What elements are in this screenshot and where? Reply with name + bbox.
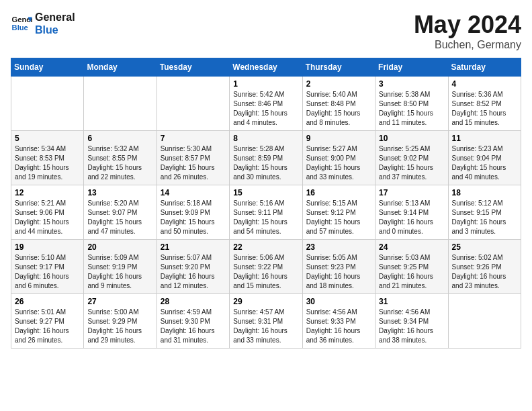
calendar-cell: 1Sunrise: 5:42 AM Sunset: 8:46 PM Daylig…	[230, 77, 302, 131]
calendar-cell	[84, 77, 157, 131]
weekday-header-sunday: Sunday	[11, 58, 84, 77]
calendar-cell: 17Sunrise: 5:13 AM Sunset: 9:14 PM Dayli…	[375, 185, 448, 240]
calendar-cell: 6Sunrise: 5:32 AM Sunset: 8:55 PM Daylig…	[84, 131, 157, 185]
day-info: Sunrise: 5:20 AM Sunset: 9:07 PM Dayligh…	[87, 199, 152, 236]
calendar-cell: 13Sunrise: 5:20 AM Sunset: 9:07 PM Dayli…	[84, 185, 157, 240]
calendar-week-row: 1Sunrise: 5:42 AM Sunset: 8:46 PM Daylig…	[11, 77, 521, 131]
calendar-cell: 15Sunrise: 5:16 AM Sunset: 9:11 PM Dayli…	[230, 185, 302, 240]
month-title: May 2024	[414, 11, 521, 39]
calendar-cell: 4Sunrise: 5:36 AM Sunset: 8:52 PM Daylig…	[448, 77, 521, 131]
day-number: 8	[233, 134, 298, 143]
calendar-cell: 24Sunrise: 5:03 AM Sunset: 9:25 PM Dayli…	[375, 240, 448, 294]
day-number: 26	[15, 297, 80, 306]
day-number: 18	[452, 188, 517, 197]
day-info: Sunrise: 5:06 AM Sunset: 9:22 PM Dayligh…	[233, 253, 298, 291]
calendar-cell: 30Sunrise: 4:56 AM Sunset: 9:33 PM Dayli…	[302, 294, 375, 349]
day-number: 27	[87, 297, 152, 306]
location-title: Buchen, Germany	[414, 39, 521, 51]
calendar-week-row: 12Sunrise: 5:21 AM Sunset: 9:06 PM Dayli…	[11, 185, 521, 240]
day-number: 10	[379, 134, 444, 143]
day-info: Sunrise: 5:32 AM Sunset: 8:55 PM Dayligh…	[87, 144, 152, 182]
day-info: Sunrise: 5:01 AM Sunset: 9:27 PM Dayligh…	[15, 308, 80, 345]
weekday-header-friday: Friday	[375, 58, 448, 77]
day-info: Sunrise: 5:18 AM Sunset: 9:09 PM Dayligh…	[161, 199, 226, 236]
day-info: Sunrise: 5:07 AM Sunset: 9:20 PM Dayligh…	[161, 253, 226, 291]
day-number: 6	[87, 134, 152, 143]
calendar-cell: 11Sunrise: 5:23 AM Sunset: 9:04 PM Dayli…	[448, 131, 521, 185]
calendar-cell	[11, 77, 84, 131]
calendar-cell: 25Sunrise: 5:02 AM Sunset: 9:26 PM Dayli…	[448, 240, 521, 294]
weekday-header-wednesday: Wednesday	[230, 58, 302, 77]
day-info: Sunrise: 5:02 AM Sunset: 9:26 PM Dayligh…	[452, 253, 517, 291]
day-info: Sunrise: 5:23 AM Sunset: 9:04 PM Dayligh…	[452, 144, 517, 182]
day-info: Sunrise: 5:40 AM Sunset: 8:48 PM Dayligh…	[306, 90, 371, 128]
day-number: 1	[233, 79, 298, 89]
calendar-cell: 18Sunrise: 5:12 AM Sunset: 9:15 PM Dayli…	[448, 185, 521, 240]
calendar-cell: 3Sunrise: 5:38 AM Sunset: 8:50 PM Daylig…	[375, 77, 448, 131]
calendar-cell	[157, 77, 229, 131]
day-info: Sunrise: 5:27 AM Sunset: 9:00 PM Dayligh…	[306, 144, 371, 182]
day-info: Sunrise: 5:05 AM Sunset: 9:23 PM Dayligh…	[306, 253, 371, 291]
day-info: Sunrise: 4:56 AM Sunset: 9:33 PM Dayligh…	[306, 308, 371, 345]
day-number: 28	[161, 297, 226, 306]
day-info: Sunrise: 5:12 AM Sunset: 9:15 PM Dayligh…	[452, 199, 517, 236]
weekday-header-saturday: Saturday	[448, 58, 521, 77]
weekday-header-thursday: Thursday	[302, 58, 375, 77]
day-info: Sunrise: 5:25 AM Sunset: 9:02 PM Dayligh…	[379, 144, 444, 182]
day-number: 22	[233, 242, 298, 252]
calendar-cell: 14Sunrise: 5:18 AM Sunset: 9:09 PM Dayli…	[157, 185, 229, 240]
calendar-cell: 9Sunrise: 5:27 AM Sunset: 9:00 PM Daylig…	[302, 131, 375, 185]
day-number: 2	[306, 79, 371, 89]
day-info: Sunrise: 5:09 AM Sunset: 9:19 PM Dayligh…	[87, 253, 152, 291]
calendar-week-row: 26Sunrise: 5:01 AM Sunset: 9:27 PM Dayli…	[11, 294, 521, 349]
logo: General Blue General Blue	[11, 11, 75, 36]
calendar-cell: 5Sunrise: 5:34 AM Sunset: 8:53 PM Daylig…	[11, 131, 84, 185]
day-number: 7	[161, 134, 226, 143]
day-number: 11	[452, 134, 517, 143]
day-info: Sunrise: 5:38 AM Sunset: 8:50 PM Dayligh…	[379, 90, 444, 128]
calendar-cell: 12Sunrise: 5:21 AM Sunset: 9:06 PM Dayli…	[11, 185, 84, 240]
day-info: Sunrise: 5:34 AM Sunset: 8:53 PM Dayligh…	[15, 144, 80, 182]
day-number: 9	[306, 134, 371, 143]
day-info: Sunrise: 5:00 AM Sunset: 9:29 PM Dayligh…	[87, 308, 152, 345]
day-info: Sunrise: 5:03 AM Sunset: 9:25 PM Dayligh…	[379, 253, 444, 291]
calendar-cell: 31Sunrise: 4:56 AM Sunset: 9:34 PM Dayli…	[375, 294, 448, 349]
calendar-cell	[448, 294, 521, 349]
day-number: 19	[15, 242, 80, 252]
calendar-week-row: 19Sunrise: 5:10 AM Sunset: 9:17 PM Dayli…	[11, 240, 521, 294]
day-info: Sunrise: 4:56 AM Sunset: 9:34 PM Dayligh…	[379, 308, 444, 345]
svg-text:Blue: Blue	[12, 24, 28, 32]
weekday-header-tuesday: Tuesday	[157, 58, 229, 77]
day-number: 3	[379, 79, 444, 89]
calendar-cell: 7Sunrise: 5:30 AM Sunset: 8:57 PM Daylig…	[157, 131, 229, 185]
logo-icon: General Blue	[11, 13, 32, 34]
day-info: Sunrise: 5:28 AM Sunset: 8:59 PM Dayligh…	[233, 144, 298, 182]
logo-general: General	[35, 11, 75, 24]
calendar-cell: 29Sunrise: 4:57 AM Sunset: 9:31 PM Dayli…	[230, 294, 302, 349]
day-number: 30	[306, 297, 371, 306]
calendar-cell: 8Sunrise: 5:28 AM Sunset: 8:59 PM Daylig…	[230, 131, 302, 185]
day-info: Sunrise: 4:59 AM Sunset: 9:30 PM Dayligh…	[161, 308, 226, 345]
day-number: 21	[161, 242, 226, 252]
day-number: 4	[452, 79, 517, 89]
day-number: 12	[15, 188, 80, 197]
day-number: 31	[379, 297, 444, 306]
calendar-cell: 28Sunrise: 4:59 AM Sunset: 9:30 PM Dayli…	[157, 294, 229, 349]
day-info: Sunrise: 5:10 AM Sunset: 9:17 PM Dayligh…	[15, 253, 80, 291]
calendar-cell: 27Sunrise: 5:00 AM Sunset: 9:29 PM Dayli…	[84, 294, 157, 349]
calendar-week-row: 5Sunrise: 5:34 AM Sunset: 8:53 PM Daylig…	[11, 131, 521, 185]
calendar-cell: 21Sunrise: 5:07 AM Sunset: 9:20 PM Dayli…	[157, 240, 229, 294]
calendar-header-row: SundayMondayTuesdayWednesdayThursdayFrid…	[11, 58, 521, 77]
page-header: General Blue General Blue May 2024 Buche…	[11, 11, 521, 51]
calendar-cell: 23Sunrise: 5:05 AM Sunset: 9:23 PM Dayli…	[302, 240, 375, 294]
calendar-cell: 2Sunrise: 5:40 AM Sunset: 8:48 PM Daylig…	[302, 77, 375, 131]
day-info: Sunrise: 5:13 AM Sunset: 9:14 PM Dayligh…	[379, 199, 444, 236]
logo-blue: Blue	[35, 24, 75, 36]
day-info: Sunrise: 5:16 AM Sunset: 9:11 PM Dayligh…	[233, 199, 298, 236]
day-number: 29	[233, 297, 298, 306]
day-number: 24	[379, 242, 444, 252]
calendar-cell: 16Sunrise: 5:15 AM Sunset: 9:12 PM Dayli…	[302, 185, 375, 240]
day-info: Sunrise: 5:15 AM Sunset: 9:12 PM Dayligh…	[306, 199, 371, 236]
day-number: 5	[15, 134, 80, 143]
calendar-table: SundayMondayTuesdayWednesdayThursdayFrid…	[11, 58, 521, 349]
